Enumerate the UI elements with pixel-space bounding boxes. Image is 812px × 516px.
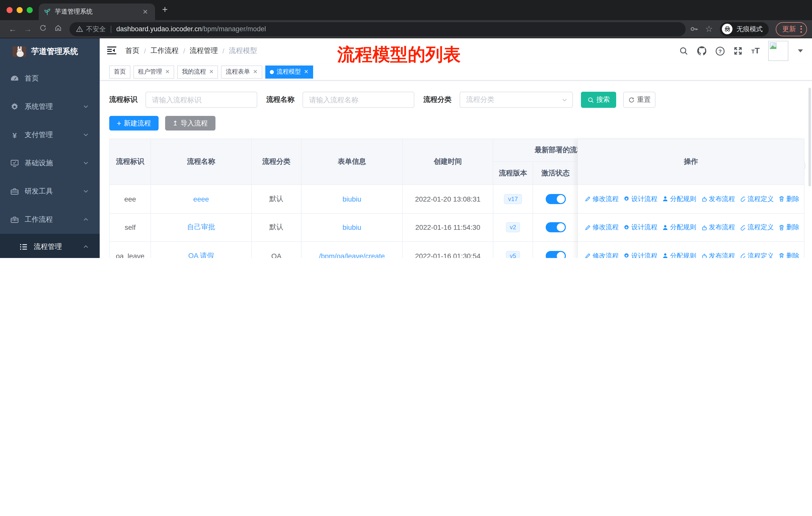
breadcrumb-separator: / [144,47,146,55]
sidebar-item-system[interactable]: 系统管理 [0,93,100,121]
fullscreen-icon[interactable] [734,46,743,55]
breadcrumb-home[interactable]: 首页 [125,46,140,55]
divider [111,25,111,32]
scrollbar-thumb[interactable] [809,88,811,186]
design-process-action[interactable]: 设计流程 [623,223,658,232]
new-tab-button[interactable]: + [162,4,168,15]
back-icon[interactable]: ← [5,24,20,33]
cell-process-name-link[interactable]: eeee [151,185,252,213]
avatar[interactable] [768,41,788,61]
cell-form-link[interactable]: biubiu [301,185,403,213]
row-actions: 修改流程 设计流程 分配规则 发布流程 流程定义 删除 [578,184,804,213]
briefcase-icon [10,215,19,224]
annotation-text: 流程模型的列表 [337,43,461,66]
header-actions: ? TT [679,41,803,61]
active-toggle[interactable] [546,251,566,258]
search-button[interactable]: 搜索 [581,92,616,108]
tab-close-icon[interactable]: ✕ [141,8,150,16]
close-icon[interactable]: ✕ [165,69,170,75]
cell-version: v5 [493,242,533,258]
home-icon[interactable] [50,24,65,34]
close-icon[interactable]: ✕ [209,69,213,75]
cell-form-link[interactable]: biubiu [301,213,403,241]
browser-tab[interactable]: 芋道管理系统 ✕ [39,3,155,20]
cell-version: v2 [493,213,533,241]
breadcrumb-workflow[interactable]: 工作流程 [150,46,179,55]
edit-process-action[interactable]: 修改流程 [584,251,619,258]
design-process-action[interactable]: 设计流程 [623,194,658,203]
tag-process-model[interactable]: 流程模型✕ [265,65,313,78]
tag-home[interactable]: 首页 [109,65,130,78]
delete-action[interactable]: 删除 [778,251,800,258]
row-actions: 修改流程 设计流程 分配规则 发布流程 流程定义 删除 [578,213,804,241]
active-toggle[interactable] [546,194,566,204]
tag-process-form[interactable]: 流程表单✕ [221,65,262,78]
sidebar-item-infra[interactable]: 基础设施 [0,149,100,178]
cell-form-link[interactable]: /bpm/oa/leave/create [301,242,403,258]
logo-rabbit-image [12,46,26,57]
header-search-icon[interactable] [679,46,689,55]
sidebar-collapse-icon[interactable] [107,46,117,56]
github-icon[interactable] [697,46,707,56]
filter-name-input[interactable] [302,92,414,108]
column-header-version: 流程版本 [493,162,533,184]
process-definition-action[interactable]: 流程定义 [740,251,774,258]
font-size-icon[interactable]: TT [751,46,760,55]
sidebar-item-home[interactable]: 首页 [0,64,100,93]
publish-process-action[interactable]: 发布流程 [701,194,735,203]
cell-process-id: oa_leave [110,242,151,258]
sidebar-item-process-management[interactable]: 流程管理 [0,234,100,258]
edit-process-action[interactable]: 修改流程 [584,194,619,203]
design-process-action[interactable]: 设计流程 [623,251,658,258]
process-definition-action[interactable]: 流程定义 [740,194,774,203]
trash-icon [778,196,785,202]
assign-rule-action[interactable]: 分配规则 [662,223,696,232]
close-window-button[interactable] [6,7,12,13]
reset-button[interactable]: 重置 [623,92,656,108]
tag-tenant[interactable]: 租户管理✕ [134,65,174,78]
password-key-icon[interactable] [690,25,698,33]
browser-update-button[interactable]: 更新 [776,22,807,36]
delete-action[interactable]: 删除 [778,194,800,203]
assign-rule-action[interactable]: 分配规则 [662,251,696,258]
forward-icon[interactable]: → [20,24,35,33]
address-bar[interactable]: 不安全 dashboard.yudao.iocoder.cn/bpm/manag… [69,22,686,36]
import-process-button[interactable]: ↥ 导入流程 [165,116,215,131]
cell-category: 默认 [252,213,301,241]
delete-action[interactable]: 删除 [778,223,800,232]
cell-active [533,185,578,213]
sidebar: 芋道管理系统 首页 系统管理 ¥ 支付管理 基础设施 [0,38,100,258]
create-process-button[interactable]: + 新建流程 [109,116,158,131]
publish-process-action[interactable]: 发布流程 [701,223,735,232]
sidebar-item-payment[interactable]: ¥ 支付管理 [0,121,100,149]
app-logo[interactable]: 芋道管理系统 [0,38,100,64]
cell-process-name-link[interactable]: OA 请假 [151,242,252,258]
close-icon[interactable]: ✕ [253,69,258,75]
sidebar-item-workflow[interactable]: 工作流程 [0,206,100,234]
tag-my-process[interactable]: 我的流程✕ [177,65,218,78]
bookmark-star-icon[interactable]: ☆ [705,24,713,34]
filter-id-input[interactable] [145,92,257,108]
filter-category-select[interactable]: 流程分类 [460,92,573,108]
pencil-icon [584,224,591,231]
breadcrumb-process-management[interactable]: 流程管理 [190,46,218,55]
process-definition-action[interactable]: 流程定义 [740,223,774,232]
cell-process-name-link[interactable]: 自己审批 [151,213,252,241]
close-icon[interactable]: ✕ [304,69,308,75]
browser-menu-icon[interactable] [801,25,802,32]
chevron-down-icon [562,97,567,103]
column-header-active: 激活状态 [533,162,578,184]
filter-id-label: 流程标识 [109,95,138,104]
edit-process-action[interactable]: 修改流程 [584,223,619,232]
active-toggle[interactable] [546,222,566,233]
publish-process-action[interactable]: 发布流程 [701,251,735,258]
sidebar-item-devtools[interactable]: 研发工具 [0,178,100,206]
zoom-window-button[interactable] [27,7,33,13]
reload-icon[interactable] [35,24,50,34]
assign-rule-action[interactable]: 分配规则 [662,194,696,203]
screen: 芋道管理系统 ✕ + ← → 不安全 dashboard.yudao.iocod… [0,0,812,258]
avatar-caret-icon[interactable] [798,49,803,52]
security-chip[interactable]: 不安全 [76,24,106,33]
help-icon[interactable]: ? [716,46,725,56]
minimize-window-button[interactable] [17,7,23,13]
